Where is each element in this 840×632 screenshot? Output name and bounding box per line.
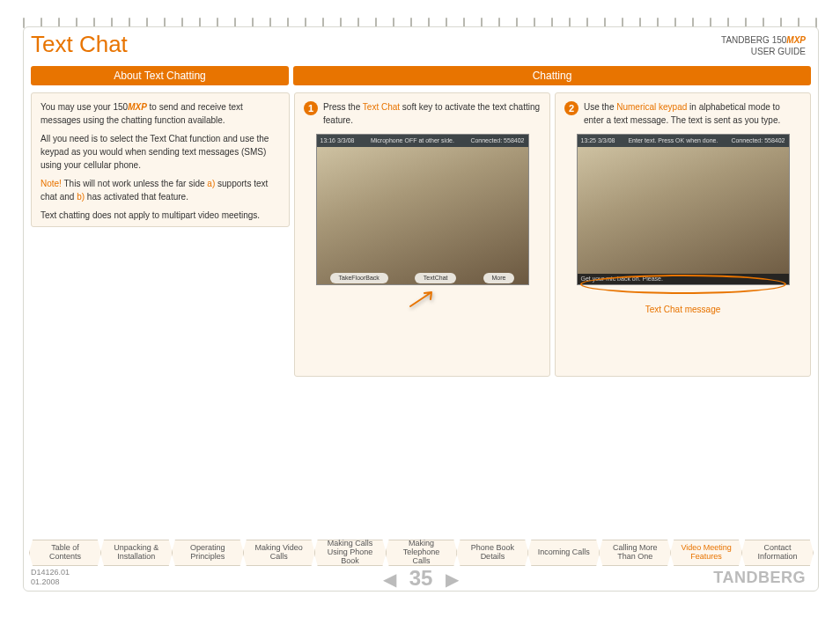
softkey-1: TakeFloorBack — [330, 273, 388, 284]
content-row: You may use your 150MXP to send and rece… — [31, 92, 811, 377]
tab-about[interactable]: About Text Chatting — [31, 66, 289, 85]
step2-badge: 2 — [564, 101, 578, 115]
product-prefix: TANDBERG 150 — [721, 35, 786, 45]
step1-screenshot: 13:16 3/3/08 Microphone OFF at other sid… — [316, 134, 529, 285]
page-number-area: ◀ 35 ▶ — [24, 566, 818, 591]
nav-item-6[interactable]: Phone Book Details — [456, 540, 528, 566]
nav-item-9[interactable]: Video Meeting Features — [670, 540, 742, 566]
ellipse-annotation — [580, 275, 786, 294]
product-subtitle: USER GUIDE — [751, 47, 806, 56]
bottom-nav: Table of ContentsUnpacking & Installatio… — [29, 540, 813, 566]
page-frame: Text Chat TANDBERG 150MXP USER GUIDE Abo… — [23, 26, 819, 592]
prev-page-arrow[interactable]: ◀ — [383, 569, 396, 590]
nav-item-3[interactable]: Making Video Calls — [243, 540, 315, 566]
nav-item-5[interactable]: Making Telephone Calls — [386, 540, 458, 566]
page-title: Text Chat — [31, 31, 128, 58]
step1-badge: 1 — [304, 101, 318, 115]
brand-logo: TANDBERG — [713, 569, 806, 587]
step1-panel: 1 Press the Text Chat soft key to activa… — [294, 92, 550, 377]
nav-item-10[interactable]: Contact Information — [741, 540, 814, 566]
about-panel: You may use your 150MXP to send and rece… — [31, 92, 290, 227]
nav-item-0[interactable]: Table of Contents — [29, 540, 101, 566]
nav-item-2[interactable]: Operating Principles — [172, 540, 244, 566]
step2-screenshot: 13:25 3/3/08 Enter text. Press OK when d… — [577, 134, 790, 285]
next-page-arrow[interactable]: ▶ — [446, 569, 459, 590]
step2-caption: Text Chat message — [564, 303, 801, 316]
softkey-2: TextChat — [415, 273, 457, 284]
section-tabs: About Text Chatting Chatting — [31, 66, 811, 85]
page-number: 35 — [409, 566, 433, 590]
nav-item-1[interactable]: Unpacking & Installation — [100, 540, 173, 566]
nav-item-8[interactable]: Calling More Than One — [599, 540, 671, 566]
tab-chatting[interactable]: Chatting — [293, 66, 811, 85]
nav-item-7[interactable]: Incoming Calls — [527, 540, 600, 566]
product-suffix: MXP — [786, 35, 806, 45]
arrow-annotation — [304, 289, 541, 313]
nav-item-4[interactable]: Making Calls Using Phone Book — [314, 540, 387, 566]
header-product: TANDBERG 150MXP USER GUIDE — [721, 34, 806, 57]
softkey-3: More — [483, 273, 515, 284]
step2-panel: 2 Use the Numerical keypad in alphabetic… — [555, 92, 811, 377]
